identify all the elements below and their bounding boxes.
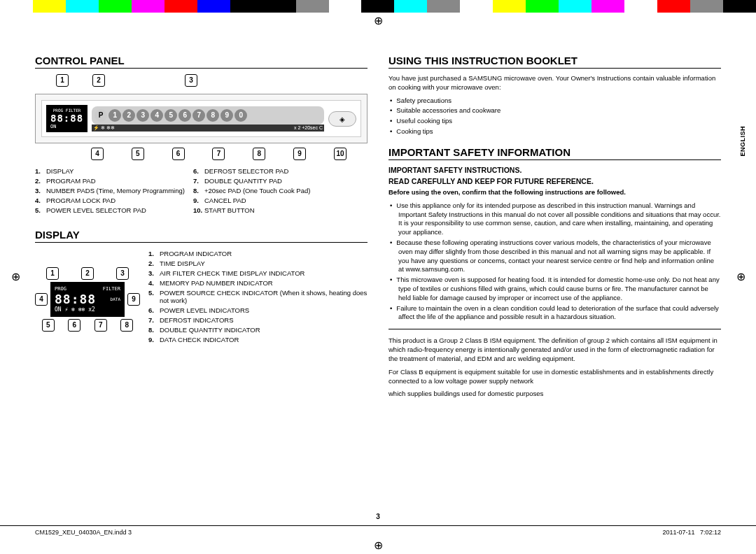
heading-display: DISPLAY xyxy=(35,229,368,243)
heading-using-booklet: USING THIS INSTRUCTION BOOKLET xyxy=(388,55,721,69)
num-pad: 9 xyxy=(220,109,233,122)
right-column: USING THIS INSTRUCTION BOOKLET You have … xyxy=(388,55,721,399)
heading-control-panel: CONTROL PANEL xyxy=(35,55,368,69)
secondary-pad-row: ⚡ ❄ ❄❄x 2 +20sec C xyxy=(92,125,324,132)
language-tab: ENGLISH xyxy=(739,126,746,157)
disp-co: 6 xyxy=(68,319,80,332)
list-item: Use this appliance only for its intended… xyxy=(398,201,721,237)
num-pad: 6 xyxy=(178,109,191,122)
registration-mark-icon: ⊕ xyxy=(371,539,385,553)
legend-item: 1.DISPLAY xyxy=(35,167,185,175)
legend-item: 3.AIR FILTER CHECK TIME DISPLAY INDICATO… xyxy=(148,269,368,277)
list-item: Useful cooking tips xyxy=(398,117,721,126)
list-item: Safety precautions xyxy=(398,97,721,106)
intro-text: You have just purchased a SAMSUNG microw… xyxy=(388,74,721,92)
legend-item: 8.DOUBLE QUANTITY INDICATOR xyxy=(148,326,368,334)
footer-time: 7:02:12 xyxy=(700,529,721,536)
control-panel-legend: 1.DISPLAY2.PROGRAM PAD3.NUMBER PADS (Tim… xyxy=(35,167,368,216)
num-pad: 1 xyxy=(108,109,121,122)
disp-co: 1 xyxy=(46,267,59,280)
list-item: This microwave oven is supposed for heat… xyxy=(398,276,721,302)
num-pad: 0 xyxy=(234,109,247,122)
display-section: 1 2 3 4 PROGFILTER 88:88 DATA ON ⚡ xyxy=(35,250,368,349)
legend-item: 7.DOUBLE QUANTITY PAD xyxy=(193,177,310,185)
legend-item: 4.MEMORY PAD NUMBER INDICATOR xyxy=(148,279,368,287)
callout-10: 10 xyxy=(334,148,346,160)
legend-item: 2.TIME DISPLAY xyxy=(148,260,368,267)
legend-item: 10.START BUTTON xyxy=(193,206,310,214)
program-pad: P xyxy=(94,109,107,122)
disp-co: 4 xyxy=(35,293,48,306)
num-pad: 8 xyxy=(206,109,219,122)
lcd-display: PROG FILTER 88:88 ON xyxy=(46,105,88,132)
start-button: ◈ xyxy=(328,111,356,127)
callout-3: 3 xyxy=(185,74,197,87)
disp-co: 5 xyxy=(42,319,55,332)
callout-2: 2 xyxy=(92,74,105,87)
callout-8: 8 xyxy=(253,148,265,160)
registration-mark-icon: ⊕ xyxy=(371,14,385,28)
footer: CM1529_XEU_04030A_EN.indd 3 2011-07-11 7… xyxy=(0,525,756,536)
legend-item: 3.NUMBER PADS (Time, Memory Programming) xyxy=(35,187,185,194)
disp-co: 3 xyxy=(116,267,129,280)
registration-mark-icon: ⊕ xyxy=(734,270,748,284)
list-item: Because these following operating instru… xyxy=(398,239,721,274)
num-pad: 3 xyxy=(136,109,149,122)
ism-para2: For Class B equipment is equipment suita… xyxy=(388,368,721,386)
legend-item: 8.+20sec PAD (One Touch Cook Pad) xyxy=(193,187,310,194)
control-panel-figure: PROG FILTER 88:88 ON P 1 2 3 4 5 6 7 8 xyxy=(35,94,368,143)
legend-item: 5.POWER LEVEL SELECTOR PAD xyxy=(35,206,185,214)
callout-1: 1 xyxy=(56,74,69,87)
number-pad-strip: P 1 2 3 4 5 6 7 8 9 0 xyxy=(92,106,324,125)
callout-7: 7 xyxy=(212,148,225,160)
num-pad: 7 xyxy=(192,109,205,122)
legend-item: 9.DATA CHECK INDICATOR xyxy=(148,336,368,343)
page-number: 3 xyxy=(0,513,756,520)
safety-sub1: IMPORTANT SAFETY INSTRUCTIONS. xyxy=(388,166,721,174)
num-pad: 5 xyxy=(164,109,177,122)
legend-item: 5.POWER SOURCE CHECK INDICATOR (When it … xyxy=(148,289,368,304)
legend-item: 9.CANCEL PAD xyxy=(193,197,310,204)
callout-5: 5 xyxy=(132,148,144,160)
legend-item: 2.PROGRAM PAD xyxy=(35,177,185,185)
registration-mark-icon: ⊕ xyxy=(8,270,22,284)
callout-9: 9 xyxy=(293,148,306,160)
footer-date: 2011-07-11 xyxy=(662,529,694,536)
footer-file: CM1529_XEU_04030A_EN.indd 3 xyxy=(35,529,132,536)
printer-color-bar xyxy=(0,0,756,13)
callout-4: 4 xyxy=(91,148,104,160)
callout-row-top: 1 2 3 xyxy=(35,74,368,87)
ism-para1: This product is a Group 2 Class B ISM eq… xyxy=(388,336,721,363)
legend-item: 1.PROGRAM INDICATOR xyxy=(148,250,368,257)
disp-co: 7 xyxy=(94,319,107,332)
disp-co: 9 xyxy=(127,293,140,306)
intro-bullet-list: Safety precautionsSuitable accessories a… xyxy=(388,97,721,136)
callout-6: 6 xyxy=(172,148,185,160)
legend-item: 7.DEFROST INDICATORS xyxy=(148,316,368,324)
display-legend: 1.PROGRAM INDICATOR2.TIME DISPLAY3.AIR F… xyxy=(148,250,368,349)
legend-item: 6.DEFROST SELECTOR PAD xyxy=(193,167,310,175)
ism-para3: which supplies buildings used for domest… xyxy=(388,390,721,399)
legend-item: 4.PROGRAM LOCK PAD xyxy=(35,197,185,204)
left-column: CONTROL PANEL 1 2 3 PROG FILTER 88:88 ON… xyxy=(35,55,368,399)
disp-co: 2 xyxy=(81,267,94,280)
callout-row-bottom: 4 5 6 7 8 9 10 xyxy=(35,148,368,160)
list-item: Cooking tips xyxy=(398,127,721,136)
num-pad: 2 xyxy=(122,109,135,122)
safety-sub3: Before using the oven, confirm that the … xyxy=(388,188,721,197)
disp-co: 8 xyxy=(120,319,133,332)
legend-item: 6.POWER LEVEL INDICATORS xyxy=(148,306,368,314)
safety-bullet-list: Use this appliance only for its intended… xyxy=(388,201,721,322)
display-lcd: PROGFILTER 88:88 DATA ON ⚡ ❄ ❄❄ x2 xyxy=(50,282,125,317)
safety-sub2: READ CAREFULLY AND KEEP FOR FUTURE REFER… xyxy=(388,177,721,185)
list-item: Failure to maintain the oven in a clean … xyxy=(398,304,721,322)
heading-safety: IMPORTANT SAFETY INFORMATION xyxy=(388,146,721,160)
page-content: CONTROL PANEL 1 2 3 PROG FILTER 88:88 ON… xyxy=(0,13,756,406)
list-item: Suitable accessories and cookware xyxy=(398,106,721,115)
num-pad: 4 xyxy=(150,109,163,122)
